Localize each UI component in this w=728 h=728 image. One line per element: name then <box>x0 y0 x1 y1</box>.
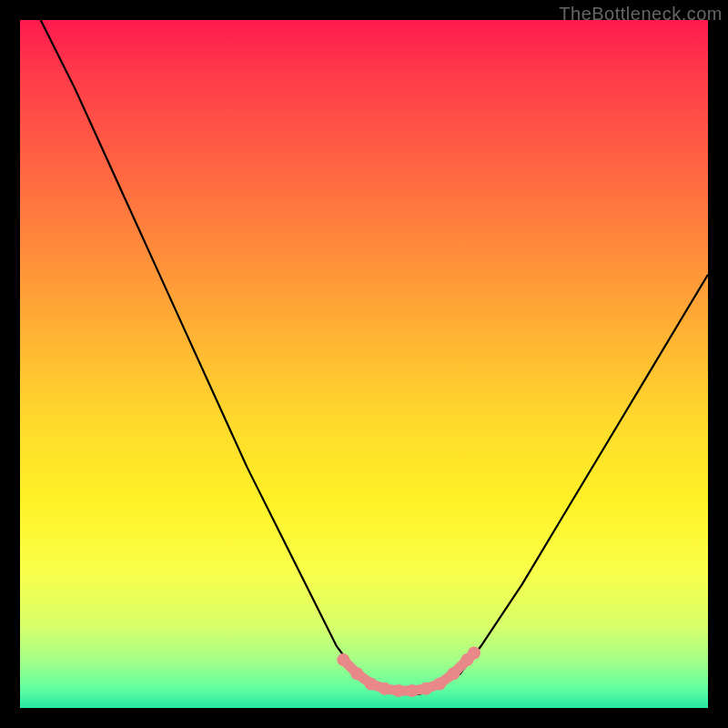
data-point <box>406 684 419 697</box>
data-point <box>365 678 378 691</box>
watermark-text: TheBottleneck.com <box>559 4 723 25</box>
data-point <box>433 678 446 691</box>
plot-area <box>20 20 708 708</box>
data-point <box>350 667 363 680</box>
data-point <box>420 682 432 695</box>
chart-frame: TheBottleneck.com <box>0 0 728 728</box>
data-point <box>392 684 405 697</box>
data-points-group <box>337 647 480 698</box>
data-point <box>337 653 349 666</box>
data-point <box>379 682 391 695</box>
data-point <box>447 667 460 680</box>
chart-svg <box>20 20 708 708</box>
bottleneck-curve <box>41 20 708 694</box>
data-point <box>468 647 480 660</box>
